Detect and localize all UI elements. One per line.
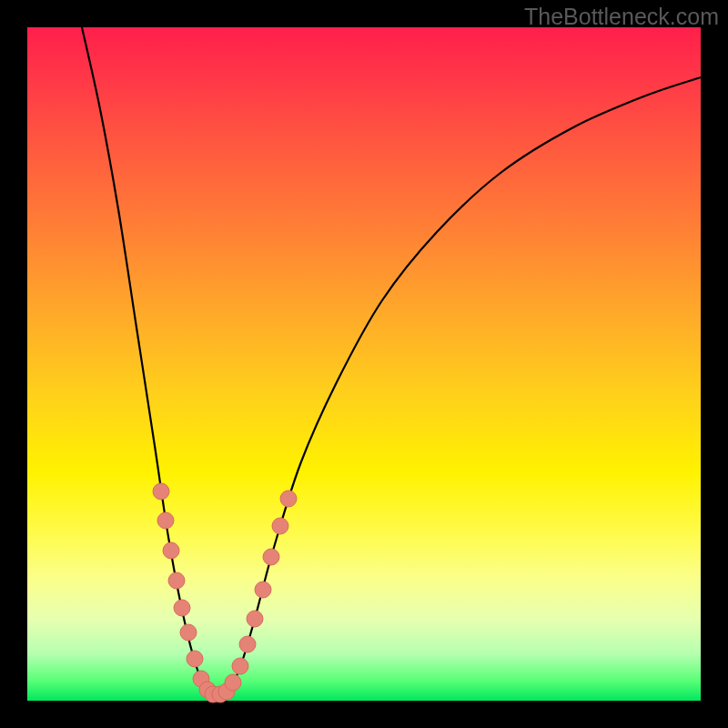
data-marker xyxy=(272,518,288,534)
data-marker xyxy=(168,572,185,589)
curve-svg xyxy=(27,27,701,701)
data-marker xyxy=(157,512,174,529)
data-marker xyxy=(163,542,179,559)
data-marker xyxy=(232,658,248,674)
data-marker xyxy=(187,651,203,667)
chart-frame: TheBottleneck.com xyxy=(0,0,728,728)
data-marker xyxy=(255,581,271,598)
data-marker xyxy=(263,549,279,565)
data-marker xyxy=(280,490,297,507)
data-marker xyxy=(239,636,256,652)
data-marker xyxy=(225,674,241,691)
watermark-text: TheBottleneck.com xyxy=(524,4,719,30)
plot-area xyxy=(27,27,701,701)
data-markers xyxy=(153,483,297,703)
bottleneck-curve xyxy=(82,27,701,697)
data-marker xyxy=(174,600,190,616)
data-marker xyxy=(153,483,169,500)
data-marker xyxy=(247,611,263,627)
data-marker xyxy=(180,624,197,641)
